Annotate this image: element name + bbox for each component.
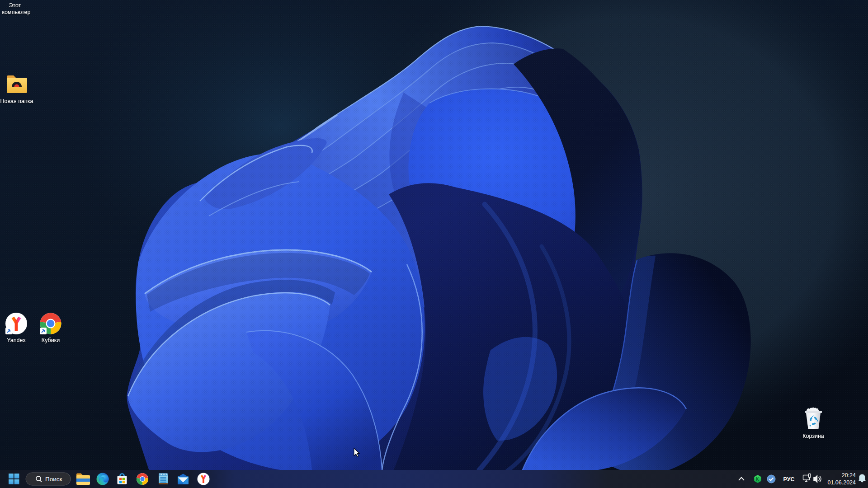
svg-text:01.06.2024: 01.06.2024 [827,479,856,486]
svg-text:РУС: РУС [783,476,795,483]
svg-text:Поиск: Поиск [45,476,62,483]
svg-text:20:24: 20:24 [842,472,856,479]
